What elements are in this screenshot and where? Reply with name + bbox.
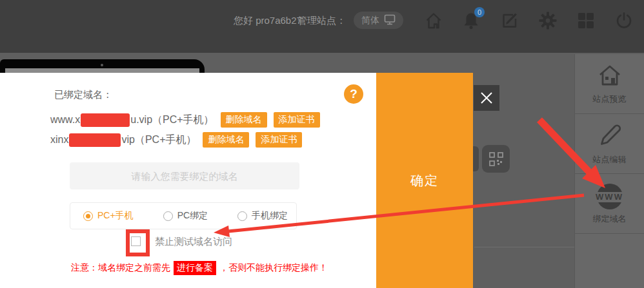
greeting-text: 您好 pro7a6b27 [234,15,302,27]
confirm-button[interactable]: 确定 [376,73,473,288]
domain-device-suffix: （PC+手机） [135,133,197,147]
sidebar-item-site-preview[interactable]: 站点预览 [575,54,644,114]
radio-label: PC+手机 [97,210,134,222]
red-scribble-mask [69,133,121,147]
warning-note: 注意：域名绑定之前需先 进行备案 ，否则不能执行绑定操作！ [71,261,328,275]
gear-icon[interactable] [538,11,558,30]
note-suffix: ，否则不能执行绑定操作！ [219,262,328,274]
bound-domain-row: xinxvip（PC+手机） 删除域名 添加证书 [50,132,302,148]
sidebar-item-bind-domain[interactable]: WWW 绑定域名 [575,174,644,234]
bind-mode-radio-group: PC+手机 PC绑定 手机绑定 [70,202,297,229]
radio-dot [83,211,93,221]
www-text: WWW [592,192,628,202]
radio-dot [237,211,247,221]
checkbox-label: 禁止测试域名访问 [155,236,232,248]
sidebar-item-site-edit[interactable]: 站点编辑 [575,114,644,174]
home-icon[interactable] [424,11,443,30]
bell-icon[interactable]: 0 [461,11,481,30]
monitor-icon [384,14,396,27]
power-icon[interactable] [614,11,634,30]
radio-label: PC绑定 [177,210,208,222]
compose-icon[interactable] [500,11,519,30]
camera-dot [101,64,103,66]
delete-domain-button[interactable]: 删除域名 [203,132,249,148]
notification-badge: 0 [474,7,485,17]
right-sidebar: 站点预览 站点编辑 WWW 绑定域名 [574,54,644,288]
language-pc-view-button[interactable]: 简体 [354,12,403,29]
domain-text-end: u.vip [130,114,152,126]
add-certificate-button[interactable]: 添加证书 [274,112,320,128]
hidden-button-fragment [473,146,479,171]
add-certificate-button[interactable]: 添加证书 [256,132,302,148]
top-bar: 您好 pro7a6b27 管理站点： 简体 0 [0,0,644,53]
bound-domain-row: www.xu.vip（PC+手机） 删除域名 添加证书 [50,112,320,128]
red-highlight-box [126,229,150,256]
domain-text-start: www.x [50,114,80,126]
note-prefix: 注意：域名绑定之前需先 [71,262,170,274]
radio-mobile-only[interactable]: 手机绑定 [237,210,288,222]
www-globe-icon: WWW [590,183,629,210]
domain-text-start: xinx [50,134,68,146]
manage-site-label: 管理站点： [297,15,346,27]
help-button[interactable]: ? [344,84,363,104]
domain-device-suffix: （PC+手机） [152,113,214,127]
grid-apps-icon[interactable] [576,11,596,30]
language-label: 简体 [361,15,379,26]
red-scribble-mask [81,113,130,127]
radio-pc-and-mobile[interactable]: PC+手机 [83,210,134,222]
sidebar-item-label: 绑定域名 [593,213,627,225]
sidebar-item-label: 站点预览 [593,93,627,105]
sidebar-item-label: 站点编辑 [593,154,627,166]
radio-pc-only[interactable]: PC绑定 [163,210,208,222]
delete-domain-button[interactable]: 删除域名 [221,112,267,128]
filing-link[interactable]: 进行备案 [174,261,216,275]
bind-domain-dialog: 已绑定域名： www.xu.vip（PC+手机） 删除域名 添加证书 xinxv… [0,73,376,288]
radio-dot [163,211,173,221]
bound-domains-label: 已绑定域名： [54,89,112,101]
domain-text-end: vip [121,134,134,146]
close-icon[interactable] [474,85,499,111]
page: 您好 pro7a6b27 管理站点： 简体 0 [0,0,644,288]
pencil-icon [596,122,623,151]
domain-input[interactable] [70,162,299,189]
home-icon [596,62,623,90]
qr-code-button[interactable] [482,145,510,173]
radio-label: 手机绑定 [252,210,288,222]
